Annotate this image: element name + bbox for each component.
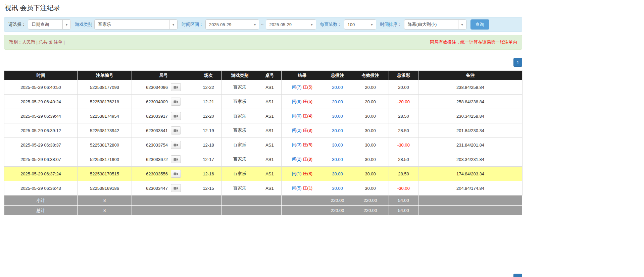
cell-result: 闲(2) 庄(8)	[282, 123, 323, 138]
cell-table-no: AS1	[258, 123, 282, 138]
cell-total-bet: 30.00	[323, 123, 352, 138]
cell-bet-id: 522538176218	[78, 95, 132, 109]
video-camera-icon	[174, 186, 178, 190]
cell-payout: 28.50	[389, 152, 418, 167]
total-bet-link[interactable]: 30.00	[332, 157, 343, 162]
result-player: 闲(5)	[292, 185, 302, 190]
result-banker: 庄(5)	[303, 99, 312, 104]
cell-round-id: 623033917	[132, 109, 195, 123]
table-row: 2025-05-29 06:40:24522538176218623034009…	[4, 95, 523, 109]
cell-game-type: 百家乐	[222, 123, 258, 138]
round-id-text: 623033447	[146, 186, 168, 191]
summary-empty	[418, 206, 523, 216]
total-bet-link[interactable]: 20.00	[332, 85, 343, 90]
column-header: 场次	[195, 71, 222, 80]
query-type-value: 日期查询	[28, 20, 62, 29]
column-header: 游戏类别	[222, 71, 258, 80]
cell-payout: -20.00	[389, 95, 418, 109]
cell-session: 12-15	[195, 181, 222, 196]
video-replay-button[interactable]	[171, 155, 181, 163]
cell-result: 闲(5) 庄(1)	[282, 181, 323, 196]
cell-game-type: 百家乐	[222, 167, 258, 181]
result-player: 闲(2)	[292, 157, 302, 162]
filter-bar: 请选择： 日期查询 ▾ 游戏类别 百家乐 ▾ 时间区间： 2025-05-29 …	[4, 17, 522, 32]
cell-game-type: 百家乐	[222, 138, 258, 152]
chevron-down-icon: ▾	[368, 20, 376, 29]
cell-game-type: 百家乐	[222, 152, 258, 167]
cell-session: 12-20	[195, 109, 222, 123]
round-id-wrap: 623033917	[146, 112, 181, 120]
cell-bet-id: 522538170515	[78, 167, 132, 181]
video-replay-button[interactable]	[171, 83, 181, 91]
cell-payout: -30.00	[389, 138, 418, 152]
column-header: 桌号	[258, 71, 282, 80]
total-bet-link[interactable]: 30.00	[332, 171, 343, 176]
page-title: 视讯 会员下注纪录	[5, 3, 522, 12]
cell-result: 闲(7) 庄(5)	[282, 80, 323, 95]
summary-payout: 54.00	[389, 206, 418, 216]
result-player: 闲(1)	[292, 171, 302, 176]
video-replay-button[interactable]	[171, 184, 181, 192]
pagination-page-button-bottom[interactable]: 1	[513, 274, 522, 277]
summary-valid-bet: 220.00	[352, 206, 389, 216]
video-replay-button[interactable]	[171, 112, 181, 120]
cell-round-id: 623033672	[132, 152, 195, 167]
summary-empty	[222, 206, 258, 216]
chevron-down-icon: ▾	[458, 20, 466, 29]
sort-select[interactable]: 降幕(由大到小) ▾	[404, 19, 466, 30]
per-page-label: 每页笔数：	[320, 21, 342, 27]
total-bet-link[interactable]: 30.00	[332, 128, 343, 133]
cell-result: 闲(1) 庄(8)	[282, 167, 323, 181]
cell-round-id: 623033556	[132, 167, 195, 181]
cell-payout: 28.50	[389, 123, 418, 138]
summary-total-bet: 220.00	[323, 206, 352, 216]
table-footer: 小计8220.00220.0054.00总计8220.00220.0054.00	[4, 196, 523, 216]
cell-payout: -30.00	[389, 181, 418, 196]
pagination-page-button[interactable]: 1	[513, 58, 522, 67]
summary-label: 总计	[4, 206, 78, 216]
result-banker: 庄(8)	[303, 171, 312, 176]
video-camera-icon	[174, 129, 178, 132]
video-replay-button[interactable]	[171, 170, 181, 178]
cell-bet-id: 522538173942	[78, 123, 132, 138]
content: 视讯 会员下注纪录 请选择： 日期查询 ▾ 游戏类别 百家乐 ▾ 时间区间： 2…	[4, 0, 522, 216]
per-page-select[interactable]: 100 ▾	[344, 19, 376, 30]
cell-total-bet: 30.00	[323, 109, 352, 123]
table-row: 2025-05-29 06:38:07522538171900623033672…	[4, 152, 523, 167]
cell-session: 12-18	[195, 138, 222, 152]
round-id-text: 623033917	[146, 114, 168, 119]
total-bet-link[interactable]: 30.00	[332, 143, 343, 148]
summary-empty	[282, 206, 323, 216]
date-to-select[interactable]: 2025-05-29 ▾	[266, 19, 316, 30]
summary-row: 小计8220.00220.0054.00	[4, 196, 523, 206]
result-banker: 庄(1)	[303, 185, 312, 190]
query-type-select[interactable]: 日期查询 ▾	[28, 19, 71, 30]
cell-round-id: 623034096	[132, 80, 195, 95]
total-bet-link[interactable]: 20.00	[332, 99, 343, 104]
game-type-select[interactable]: 百家乐 ▾	[94, 19, 178, 30]
result-player: 闲(2)	[292, 128, 302, 133]
total-bet-link[interactable]: 30.00	[332, 186, 343, 191]
cell-result: 闲(2) 庄(8)	[282, 152, 323, 167]
video-camera-icon	[174, 143, 178, 147]
table-header-row: 时间注单编号局号场次游戏类别桌号结果总投注有效投注总派彩备注	[4, 71, 523, 80]
video-camera-icon	[174, 100, 178, 104]
notice-text: 同局有效投注，统一计算在该局第一张注单内	[430, 39, 517, 45]
date-from-select[interactable]: 2025-05-29 ▾	[205, 19, 259, 30]
cell-bet-id: 522538169186	[78, 181, 132, 196]
cell-game-type: 百家乐	[222, 181, 258, 196]
round-id-text: 623033556	[146, 171, 168, 176]
cell-remark: 258.84/238.84	[418, 95, 523, 109]
round-id-text: 623034096	[146, 85, 168, 90]
video-replay-button[interactable]	[171, 126, 181, 134]
cell-total-bet: 20.00	[323, 80, 352, 95]
cell-time: 2025-05-29 06:39:44	[4, 109, 78, 123]
total-bet-link[interactable]: 30.00	[332, 114, 343, 119]
cell-bet-id: 522538172800	[78, 138, 132, 152]
video-replay-button[interactable]	[171, 98, 181, 106]
round-id-wrap: 623034096	[146, 83, 181, 91]
cell-time: 2025-05-29 06:36:43	[4, 181, 78, 196]
search-button[interactable]: 查询	[470, 19, 489, 30]
cell-session: 12-17	[195, 152, 222, 167]
video-replay-button[interactable]	[171, 141, 181, 149]
